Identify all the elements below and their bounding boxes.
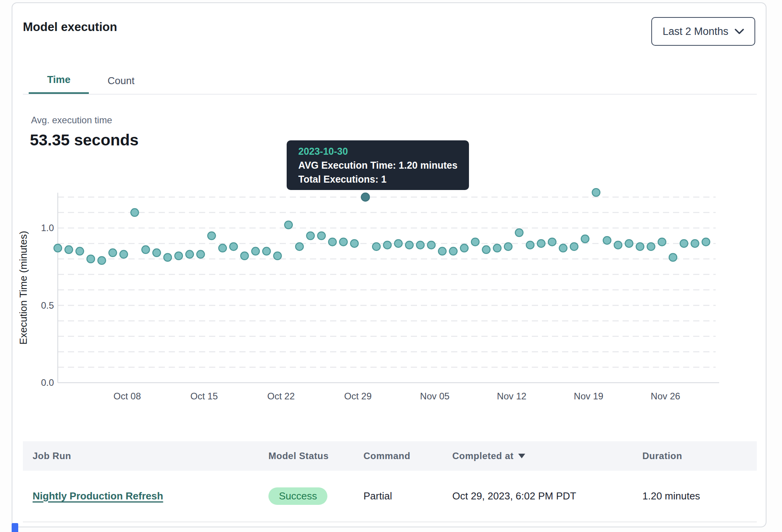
- x-tick-label: Oct 15: [190, 391, 218, 401]
- data-point[interactable]: [438, 247, 446, 255]
- data-point[interactable]: [405, 241, 413, 249]
- data-point[interactable]: [384, 241, 391, 249]
- data-point[interactable]: [592, 188, 600, 196]
- sort-desc-icon: [518, 454, 525, 458]
- column-header-job-run: Job Run: [23, 451, 259, 461]
- data-point[interactable]: [658, 238, 666, 246]
- tooltip-avg-execution-time: AVG Execution Time: 1.20 minutes: [298, 158, 457, 172]
- data-point[interactable]: [296, 243, 303, 250]
- data-point[interactable]: [65, 246, 73, 254]
- status-badge: Success: [268, 487, 327, 505]
- data-point[interactable]: [482, 246, 490, 254]
- data-point[interactable]: [372, 243, 380, 250]
- data-point[interactable]: [230, 243, 237, 250]
- data-point[interactable]: [394, 240, 402, 247]
- data-point-highlighted[interactable]: [361, 193, 369, 201]
- data-point[interactable]: [109, 249, 117, 257]
- data-point[interactable]: [570, 243, 578, 250]
- date-range-dropdown[interactable]: Last 2 Months: [651, 17, 755, 46]
- data-point[interactable]: [197, 250, 204, 258]
- data-point[interactable]: [680, 240, 688, 247]
- data-point[interactable]: [339, 238, 347, 246]
- data-point[interactable]: [669, 254, 677, 261]
- partial-blue-element: [12, 523, 18, 532]
- data-point[interactable]: [240, 252, 248, 260]
- data-point[interactable]: [636, 243, 644, 250]
- tab-time-label: Time: [47, 74, 70, 86]
- table-row: Nightly Production Refresh Success Parti…: [23, 471, 757, 522]
- x-tick-label: Oct 22: [267, 391, 295, 401]
- data-point[interactable]: [306, 232, 314, 240]
- execution-time-scatter-chart[interactable]: 0.00.51.0Oct 08Oct 15Oct 22Oct 29Nov 05N…: [16, 175, 777, 408]
- data-point[interactable]: [702, 238, 710, 246]
- data-point[interactable]: [263, 247, 270, 255]
- tooltip-date: 2023-10-30: [298, 144, 457, 158]
- data-point[interactable]: [460, 244, 468, 252]
- chart-tabs: Time Count: [29, 67, 153, 95]
- data-point[interactable]: [515, 229, 523, 237]
- data-point[interactable]: [153, 249, 161, 257]
- tab-count-label: Count: [107, 75, 134, 87]
- y-tick-label: 1.0: [41, 223, 54, 233]
- chart-tooltip: 2023-10-30 AVG Execution Time: 1.20 minu…: [287, 140, 469, 190]
- avg-execution-time-label: Avg. execution time: [31, 115, 112, 126]
- duration-cell: 1.20 minutes: [633, 490, 757, 502]
- y-tick-label: 0.0: [41, 377, 54, 388]
- y-tick-label: 0.5: [41, 300, 54, 311]
- data-point[interactable]: [175, 252, 183, 260]
- x-tick-label: Nov 19: [574, 391, 603, 401]
- data-point[interactable]: [471, 238, 479, 246]
- data-point[interactable]: [219, 244, 227, 252]
- data-point[interactable]: [329, 238, 336, 246]
- data-point[interactable]: [208, 232, 215, 240]
- data-point[interactable]: [504, 243, 512, 250]
- y-axis-title: Execution Time (minutes): [17, 231, 29, 344]
- data-point[interactable]: [76, 247, 84, 255]
- data-point[interactable]: [691, 240, 699, 247]
- x-tick-label: Nov 26: [651, 391, 680, 401]
- data-point[interactable]: [614, 241, 622, 249]
- avg-execution-time-value: 53.35 seconds: [30, 131, 138, 149]
- data-point[interactable]: [526, 241, 534, 249]
- data-point[interactable]: [318, 232, 325, 240]
- data-point[interactable]: [54, 244, 62, 252]
- data-point[interactable]: [493, 244, 501, 252]
- data-point[interactable]: [131, 209, 138, 216]
- data-point[interactable]: [164, 254, 171, 261]
- column-header-model-status: Model Status: [259, 451, 354, 461]
- data-point[interactable]: [427, 241, 435, 249]
- data-point[interactable]: [603, 237, 611, 244]
- chevron-down-icon: [735, 29, 744, 35]
- column-header-completed-at[interactable]: Completed at: [443, 451, 633, 461]
- data-point[interactable]: [625, 240, 633, 247]
- data-point[interactable]: [351, 240, 358, 247]
- column-header-command: Command: [354, 451, 443, 461]
- data-point[interactable]: [142, 246, 150, 254]
- data-point[interactable]: [537, 240, 545, 247]
- data-point[interactable]: [450, 247, 457, 255]
- data-point[interactable]: [252, 247, 260, 255]
- data-point[interactable]: [417, 241, 424, 249]
- page-title: Model execution: [23, 20, 117, 34]
- column-header-duration: Duration: [633, 451, 757, 461]
- data-point[interactable]: [581, 235, 589, 243]
- completed-at-cell: Oct 29, 2023, 6:02 PM PDT: [443, 490, 633, 502]
- data-point[interactable]: [120, 250, 128, 258]
- job-run-link[interactable]: Nightly Production Refresh: [33, 490, 163, 502]
- tooltip-total-executions: Total Executions: 1: [298, 172, 457, 186]
- tab-time[interactable]: Time: [29, 67, 89, 95]
- data-point[interactable]: [186, 250, 194, 258]
- table-header: Job Run Model Status Command Completed a…: [23, 441, 757, 471]
- data-point[interactable]: [548, 238, 556, 246]
- data-point[interactable]: [285, 221, 292, 229]
- data-point[interactable]: [87, 255, 95, 263]
- date-range-label: Last 2 Months: [663, 26, 728, 38]
- x-tick-label: Nov 12: [497, 391, 526, 401]
- tab-count[interactable]: Count: [89, 67, 153, 95]
- data-point[interactable]: [559, 244, 567, 252]
- data-point[interactable]: [647, 243, 655, 250]
- x-tick-label: Oct 08: [114, 391, 141, 401]
- x-tick-label: Oct 29: [344, 391, 372, 401]
- data-point[interactable]: [98, 257, 106, 264]
- data-point[interactable]: [273, 252, 281, 260]
